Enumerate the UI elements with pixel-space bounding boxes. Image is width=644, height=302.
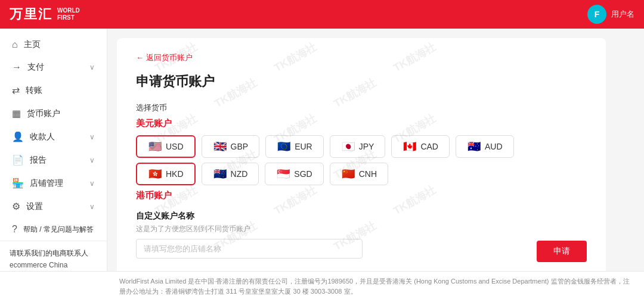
currency-btn-sgd[interactable]: 🇸🇬 SGD [265, 163, 323, 185]
currency-btn-hkd[interactable]: 🇭🇰 HKD [136, 163, 196, 185]
chevron-down-icon: ∨ [89, 203, 95, 211]
sidebar-item-home[interactable]: ⌂ 主页 [0, 33, 107, 56]
page-title: 申请货币账户 [136, 73, 587, 91]
currency-btn-eur[interactable]: 🇪🇺 EUR [265, 135, 324, 158]
currency-btn-gbp[interactable]: 🇬🇧 GBP [202, 135, 260, 158]
custom-name-input[interactable] [136, 239, 363, 259]
flag-nzd: 🇳🇿 [213, 169, 227, 179]
payment-icon: → [12, 62, 21, 73]
header-right: F 用户名 [587, 5, 634, 24]
select-currency-label: 选择货币 [136, 102, 587, 113]
sidebar-item-label: 设置 [26, 201, 43, 212]
flag-jpy: 🇯🇵 [341, 141, 355, 152]
sidebar-item-currency-account[interactable]: ▦ 货币账户 [0, 102, 107, 125]
sidebar-item-label: 主页 [24, 39, 41, 50]
settings-icon: ⚙ [12, 201, 20, 212]
sidebar-contact: 请联系我们的电商联系人 ecommerce China 📞 400 976 66… [0, 241, 107, 271]
flag-gbp: 🇬🇧 [213, 141, 227, 152]
sidebar-item-label: 报告 [30, 155, 47, 166]
sidebar-item-payee[interactable]: 👤 收款人 ∨ [0, 125, 107, 148]
help-icon: ? [12, 224, 17, 235]
sidebar-item-label: 店铺管理 [30, 178, 63, 189]
currency-btn-cnh[interactable]: 🇨🇳 CNH [330, 163, 388, 185]
section1-title: 美元账户 [136, 118, 587, 129]
flag-hkd: 🇭🇰 [148, 169, 162, 179]
currency-code-jpy: JPY [359, 142, 374, 151]
currency-btn-cad[interactable]: 🇨🇦 CAD [391, 135, 450, 158]
currency-code-cnh: CNH [359, 169, 377, 179]
sidebar-item-transfer[interactable]: ⇄ 转账 [0, 79, 107, 102]
currency-btn-nzd[interactable]: 🇳🇿 NZD [202, 163, 259, 185]
sidebar-item-label: 帮助 / 常见问题与解答 [23, 225, 94, 235]
chevron-down-icon: ∨ [89, 133, 95, 141]
currency-btn-jpy[interactable]: 🇯🇵 JPY [330, 135, 386, 158]
footer-text: WorldFirst Asia Limited 是在中国·香港注册的有限责任公司… [119, 278, 630, 295]
content-card: TK航海社 TK航海社 TK航海社 TK航海社 TK航海社 TK航海社 TK航海… [117, 38, 606, 271]
sidebar-item-label: 收款人 [30, 132, 55, 142]
logo-cn: 万里汇 [10, 5, 52, 23]
layout: ⌂ 主页 → 支付 ∨ ⇄ 转账 ▦ 货币账户 👤 收款人 ∨ 📄 报告 ∨ 🏪 [0, 29, 644, 271]
currency-code-hkd: HKD [166, 169, 184, 179]
currency-code-gbp: GBP [231, 142, 249, 151]
currency-icon: ▦ [12, 108, 21, 119]
section2-title: 港币账户 [136, 190, 587, 201]
sidebar: ⌂ 主页 → 支付 ∨ ⇄ 转账 ▦ 货币账户 👤 收款人 ∨ 📄 报告 ∨ 🏪 [0, 29, 107, 271]
chevron-down-icon: ∨ [89, 179, 95, 188]
chevron-down-icon: ∨ [89, 63, 95, 71]
currency-btn-usd[interactable]: 🇺🇸 USD [136, 135, 196, 158]
currency-code-eur: EUR [295, 142, 312, 151]
back-link[interactable]: ← 返回货币账户 [136, 52, 587, 63]
logo-en: WORLD FIRST [57, 7, 80, 21]
flag-sgd: 🇸🇬 [276, 169, 290, 179]
home-icon: ⌂ [12, 39, 18, 50]
currency-code-usd: USD [166, 142, 184, 151]
header: 万里汇 WORLD FIRST F 用户名 [0, 0, 644, 29]
currency-code-sgd: SGD [294, 169, 312, 179]
flag-cad: 🇨🇦 [402, 141, 417, 152]
submit-button[interactable]: 申请 [537, 241, 587, 262]
avatar[interactable]: F [587, 5, 606, 24]
currency-code-aud: AUD [485, 142, 503, 151]
sidebar-item-payment[interactable]: → 支付 ∨ [0, 56, 107, 79]
currency-btn-aud[interactable]: 🇦🇺 AUD [456, 135, 514, 158]
currency-grid-row2: 🇭🇰 HKD 🇳🇿 NZD 🇸🇬 SGD 🇨🇳 CNH [136, 163, 587, 185]
transfer-icon: ⇄ [12, 85, 20, 96]
custom-name-hint: 这是为了方便您区别到不同货币账户 [136, 224, 587, 234]
custom-name-section: 自定义账户名称 这是为了方便您区别到不同货币账户 [136, 211, 587, 259]
flag-eur: 🇪🇺 [277, 141, 291, 152]
currency-code-nzd: NZD [231, 169, 248, 179]
chevron-down-icon: ∨ [89, 156, 95, 164]
sidebar-item-label: 货币账户 [27, 108, 60, 119]
flag-cnh: 🇨🇳 [341, 169, 355, 179]
contact-title: 请联系我们的电商联系人 [10, 248, 97, 259]
sidebar-item-label: 转账 [26, 85, 42, 96]
logo: 万里汇 WORLD FIRST [10, 5, 80, 23]
currency-code-cad: CAD [420, 142, 438, 151]
main-content: TK航海社 TK航海社 TK航海社 TK航海社 TK航海社 TK航海社 TK航海… [107, 29, 644, 271]
report-icon: 📄 [12, 154, 24, 166]
flag-aud: 🇦🇺 [467, 141, 481, 152]
sidebar-item-help[interactable]: ? 帮助 / 常见问题与解答 [0, 218, 107, 241]
flag-usd: 🇺🇸 [148, 141, 162, 152]
username: 用户名 [611, 9, 634, 20]
sidebar-item-settings[interactable]: ⚙ 设置 ∨ [0, 195, 107, 218]
sidebar-item-store[interactable]: 🏪 店铺管理 ∨ [0, 172, 107, 195]
sidebar-item-label: 支付 [27, 62, 44, 73]
footer: WorldFirst Asia Limited 是在中国·香港注册的有限责任公司… [0, 271, 644, 302]
custom-name-label: 自定义账户名称 [136, 211, 587, 222]
sidebar-item-report[interactable]: 📄 报告 ∨ [0, 148, 107, 172]
payee-icon: 👤 [12, 131, 24, 142]
contact-name: ecommerce China [10, 261, 97, 269]
store-icon: 🏪 [12, 178, 24, 189]
currency-grid-row1: 🇺🇸 USD 🇬🇧 GBP 🇪🇺 EUR 🇯🇵 JPY 🇨🇦 [136, 135, 587, 158]
